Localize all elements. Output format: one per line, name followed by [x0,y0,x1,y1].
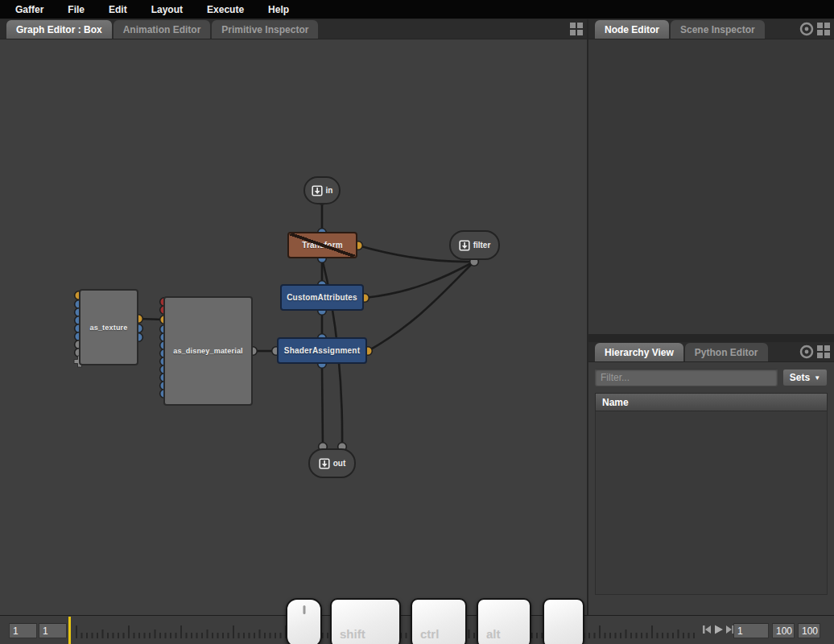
hierarchy-list[interactable] [595,411,828,595]
play-icon[interactable] [713,624,724,638]
pin-target-icon[interactable] [799,22,814,39]
node-label: ShaderAssignment [284,346,360,355]
pin-target-icon[interactable] [799,345,814,362]
node-label: out [333,459,346,468]
prev-keyframe-icon[interactable] [702,624,712,638]
import-box-icon [312,185,323,196]
current-frame-field[interactable]: 1 [39,623,67,638]
chevron-down-icon: ▼ [814,374,820,382]
import-box-icon [319,458,330,469]
tab-graph-editor[interactable]: Graph Editor : Box [6,20,112,39]
menu-gaffer[interactable]: Gaffer [3,0,56,19]
menu-bar: Gaffer File Edit Layout Execute Help [0,0,834,19]
node-label: filter [473,241,491,250]
node-filter[interactable]: filter [449,230,500,260]
range-end-field[interactable]: 100 [772,623,795,638]
menu-help[interactable]: Help [256,0,301,19]
node-editor-tabbar: Node Editor Scene Inspector [588,19,834,39]
node-label: as_texture [89,324,127,332]
node-label: CustomAttributes [287,293,357,302]
tab-node-editor[interactable]: Node Editor [595,20,669,39]
graph-editor-tabbar: Graph Editor : Box Animation Editor Prim… [0,19,587,39]
node-label: as_disney_material [173,347,243,355]
menu-edit[interactable]: Edit [97,0,139,19]
node-editor-content [588,39,834,334]
connection-edge [365,262,474,298]
node-editor-panel: Node Editor Scene Inspector [588,19,834,334]
node-out[interactable]: out [308,448,356,478]
sets-dropdown-button[interactable]: Sets ▼ [782,369,828,386]
key-indicator-ctrl: ctrl [411,598,467,644]
hierarchy-tabbar: Hierarchy View Python Editor [588,342,834,361]
mouse-indicator [286,598,322,644]
node-Transform[interactable]: Transform [287,232,357,258]
tab-python-editor[interactable]: Python Editor [685,343,768,361]
tab-primitive-inspector[interactable]: Primitive Inspector [212,20,318,39]
sets-label: Sets [790,372,810,383]
hierarchy-view-panel: Hierarchy View Python Editor Sets ▼ Name [588,342,834,615]
name-column-header[interactable]: Name [595,393,828,411]
connection-edge [322,364,323,447]
layout-grid-icon[interactable] [816,345,831,362]
connection-edge [368,262,474,351]
range-start-field[interactable]: 1 [733,623,769,638]
node-CustomAttributes[interactable]: CustomAttributes [280,284,364,311]
menu-file[interactable]: File [56,0,97,19]
frame-rate-field[interactable]: 100 [798,623,820,638]
layout-grid-icon[interactable] [816,22,831,39]
graph-canvas[interactable]: infilteroutTransformCustomAttributesShad… [0,39,587,615]
import-box-icon [459,240,470,251]
node-ShaderAssignment[interactable]: ShaderAssignment [277,337,367,364]
hierarchy-content: Sets ▼ Name [588,361,834,615]
graph-editor-panel: Graph Editor : Box Animation Editor Prim… [0,19,587,615]
node-as_texture[interactable]: as_texture [79,289,138,365]
key-indicator-shift: shift [330,598,401,644]
node-as_disney_material[interactable]: as_disney_material [163,296,253,406]
tab-scene-inspector[interactable]: Scene Inspector [671,20,765,39]
timeline-playhead[interactable] [68,617,71,644]
node-label: in [326,186,333,195]
frame-start-field[interactable]: 1 [9,623,37,638]
node-in[interactable]: in [303,176,341,204]
menu-execute[interactable]: Execute [195,0,256,19]
key-indicator-alt: alt [477,598,531,644]
menu-layout[interactable]: Layout [139,0,195,19]
layout-grid-icon[interactable] [569,22,584,39]
key-indicator-blank [543,598,584,644]
filter-input[interactable] [595,369,778,386]
disabled-strike [289,233,356,257]
tab-hierarchy-view[interactable]: Hierarchy View [595,343,683,361]
tab-animation-editor[interactable]: Animation Editor [114,20,211,39]
mouse-wheel-icon [303,605,305,614]
